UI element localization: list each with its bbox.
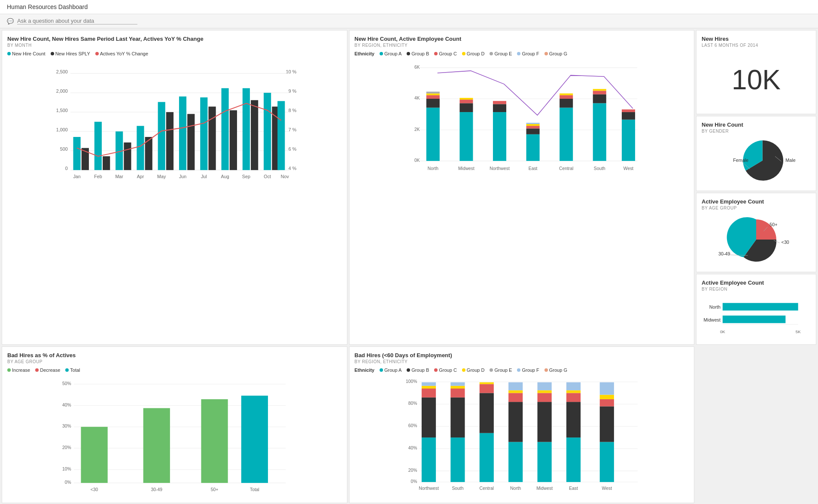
chart2-legend: Ethnicity Group A Group B Group C Group … xyxy=(355,51,689,56)
svg-rect-155 xyxy=(479,383,493,384)
svg-text:Aug: Aug xyxy=(221,174,229,179)
chart1-area: 2,500 2,000 1,500 1,000 500 0 10 % 9 % 8… xyxy=(7,60,342,190)
svg-rect-159 xyxy=(508,390,523,393)
svg-text:South: South xyxy=(452,486,463,491)
svg-text:Jan: Jan xyxy=(73,174,80,179)
svg-text:North: North xyxy=(709,304,721,310)
svg-rect-29 xyxy=(187,114,195,170)
svg-rect-147 xyxy=(450,437,465,482)
svg-rect-81 xyxy=(593,91,606,94)
svg-rect-30 xyxy=(200,97,207,170)
svg-rect-85 xyxy=(622,109,635,112)
svg-rect-167 xyxy=(566,402,580,437)
svg-text:Midwest: Midwest xyxy=(536,486,553,491)
chart5-area: 50% 40% 30% 20% 10% 0% xyxy=(7,376,342,498)
chart5-svg: 50% 40% 30% 20% 10% 0% xyxy=(7,376,342,496)
legend2-g: Group G xyxy=(544,51,567,56)
svg-rect-148 xyxy=(450,398,465,437)
svg-text:Midwest: Midwest xyxy=(458,166,474,171)
svg-rect-82 xyxy=(593,89,606,91)
card7-subtitle: BY AGE GROUP xyxy=(702,206,811,210)
card8-title: Active Employee Count xyxy=(702,279,811,286)
svg-rect-76 xyxy=(560,99,573,108)
chart2-subtitle: BY REGION, ETHNICITY xyxy=(355,43,689,48)
legend6-c: Group C xyxy=(434,367,457,373)
svg-rect-66 xyxy=(459,98,473,100)
svg-rect-21 xyxy=(103,156,110,170)
svg-rect-38 xyxy=(277,101,285,170)
card3-value: 10K xyxy=(702,51,811,109)
svg-text:Central: Central xyxy=(479,486,493,491)
svg-rect-152 xyxy=(479,433,493,482)
svg-rect-151 xyxy=(450,383,465,386)
legend2-d: Group D xyxy=(462,51,485,56)
svg-text:0%: 0% xyxy=(411,479,417,484)
svg-text:South: South xyxy=(593,166,605,171)
svg-rect-18 xyxy=(73,137,81,170)
age-pie-svg: 50+ <30 30-49 xyxy=(702,214,811,265)
chart-bad-hires-age: Bad Hires as % of Actives BY AGE GROUP I… xyxy=(2,346,347,503)
svg-rect-169 xyxy=(566,390,580,393)
svg-text:40%: 40% xyxy=(62,403,71,407)
svg-text:Total: Total xyxy=(250,487,259,492)
chart1-legend: New Hire Count New Hires SPLY Actives Yo… xyxy=(7,51,342,56)
chart5-title: Bad Hires as % of Actives xyxy=(7,352,342,358)
svg-rect-60 xyxy=(426,95,439,99)
legend2-a: Group A xyxy=(380,51,401,56)
dashboard: New Hire Count, New Hires Same Period La… xyxy=(0,28,818,504)
svg-rect-71 xyxy=(526,128,539,134)
svg-rect-160 xyxy=(508,383,523,391)
chart6-title: Bad Hires (<60 Days of Employment) xyxy=(355,352,689,358)
legend5-increase: Increase xyxy=(7,367,30,373)
svg-text:Jun: Jun xyxy=(179,174,186,179)
svg-text:Sep: Sep xyxy=(242,174,250,179)
svg-rect-31 xyxy=(209,106,216,170)
legend6-a: Group A xyxy=(380,367,401,373)
svg-rect-73 xyxy=(526,124,539,126)
svg-text:50+: 50+ xyxy=(769,222,777,227)
qa-input[interactable] xyxy=(17,18,137,24)
svg-rect-62 xyxy=(426,91,439,93)
legend6-b: Group B xyxy=(407,367,429,373)
chart2-svg: 6K 4K 2K 0K xyxy=(355,60,689,188)
chart2-area: 6K 4K 2K 0K xyxy=(355,60,689,190)
svg-rect-75 xyxy=(560,108,573,161)
svg-rect-83 xyxy=(622,120,635,161)
svg-rect-163 xyxy=(537,393,551,402)
svg-rect-84 xyxy=(622,112,635,120)
svg-rect-170 xyxy=(566,383,580,391)
region-bar-svg: North Midwest 0K 5K xyxy=(702,295,811,338)
svg-rect-59 xyxy=(426,99,439,108)
chart5-legend: Increase Decrease Total xyxy=(7,367,342,373)
svg-rect-150 xyxy=(450,386,465,389)
svg-text:East: East xyxy=(569,486,578,491)
svg-text:<30: <30 xyxy=(782,240,789,245)
svg-rect-68 xyxy=(493,104,506,112)
svg-rect-162 xyxy=(537,402,551,442)
svg-text:9 %: 9 % xyxy=(289,88,297,94)
svg-text:<30: <30 xyxy=(91,487,98,492)
chart5-subtitle: BY AGE GROUP xyxy=(7,359,342,364)
svg-rect-35 xyxy=(251,100,258,170)
svg-rect-67 xyxy=(493,112,506,161)
svg-text:Male: Male xyxy=(785,158,795,163)
svg-rect-168 xyxy=(566,393,580,402)
legend5-total: Total xyxy=(65,367,80,373)
chart6-legend: Ethnicity Group A Group B Group C Group … xyxy=(355,367,689,373)
card-new-hires-10k: New Hires LAST 6 MONTHS OF 2014 10K xyxy=(696,30,816,114)
chart1-subtitle: BY MONTH xyxy=(7,43,342,48)
svg-rect-145 xyxy=(421,386,435,389)
svg-rect-125 xyxy=(241,396,268,483)
qa-icon: 💬 xyxy=(7,18,14,24)
svg-rect-173 xyxy=(599,399,614,407)
svg-rect-78 xyxy=(560,94,573,95)
svg-text:10%: 10% xyxy=(62,467,71,471)
svg-text:6K: 6K xyxy=(414,65,420,70)
svg-rect-70 xyxy=(526,134,539,161)
right-panel: New Hires LAST 6 MONTHS OF 2014 10K New … xyxy=(696,30,816,345)
svg-rect-149 xyxy=(450,389,465,398)
svg-rect-142 xyxy=(421,437,435,482)
svg-rect-27 xyxy=(166,112,173,170)
svg-rect-63 xyxy=(459,112,473,161)
svg-text:May: May xyxy=(157,174,166,179)
